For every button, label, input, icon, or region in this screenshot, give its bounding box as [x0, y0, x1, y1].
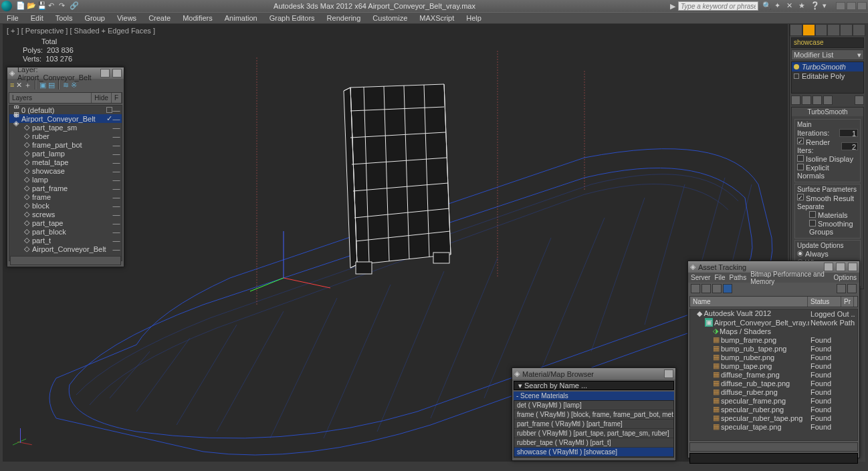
hide-layer-icon[interactable]: ≋ [63, 81, 69, 90]
configure-sets-icon[interactable] [855, 96, 864, 105]
layer-icon[interactable]: ◇ [24, 201, 32, 210]
asset-menu-options[interactable]: Options [834, 274, 857, 281]
render-iters-spinner[interactable]: 2 [841, 142, 858, 150]
info-arrow-icon[interactable]: ▶ [670, 2, 675, 11]
undo-icon[interactable]: ↶ [48, 1, 58, 11]
layer-row[interactable]: ⊞ ◈0 (default)— [9, 106, 122, 114]
table-view-icon[interactable] [723, 284, 732, 293]
layer-row[interactable]: ◇part_tape— [9, 218, 122, 227]
save-icon[interactable]: 💾 [37, 1, 47, 11]
link-icon[interactable]: 🔗 [70, 1, 79, 11]
material-list[interactable]: det ( VRayMtl ) [lamp]frame ( VRayMtl ) … [514, 400, 674, 458]
layer-row[interactable]: ◇part_t— [9, 236, 122, 245]
asset-list[interactable]: ◆ Autodesk Vault 2012Logged Out ...▣ Air… [689, 309, 858, 441]
asset-menu-paths[interactable]: Paths [730, 274, 747, 281]
layer-icon[interactable]: ◇ [24, 132, 32, 140]
material-item[interactable]: rubber_tape ( VRayMtl ) [part_t] [514, 438, 673, 448]
layer-row[interactable]: ◇part_lamp— [9, 149, 122, 158]
iterations-spinner[interactable]: 1 [839, 129, 858, 137]
asset-row[interactable]: ▦ bump_ruber.pngFound [690, 353, 857, 361]
layer-row[interactable]: ◇part_frame— [9, 184, 122, 192]
col-layers[interactable]: Layers [9, 93, 92, 103]
panel-close-button[interactable] [112, 69, 122, 77]
col-name[interactable]: Name [690, 297, 808, 307]
menu-customize[interactable]: Customize [368, 14, 411, 22]
material-item[interactable]: rubber ( VRayMtl ) [part_tape, part_tape… [514, 429, 673, 438]
menu-group[interactable]: Group [80, 14, 109, 22]
asset-scrollbar[interactable] [689, 442, 858, 452]
render-iters-checkbox[interactable] [797, 138, 804, 144]
asset-menu-bitmap-performance-and-memory[interactable]: Bitmap Performance and Memory [750, 271, 829, 285]
asset-row[interactable]: ▦ bump_frame.pngFound [690, 335, 857, 344]
layer-row[interactable]: ◇frame_part_bot— [9, 140, 122, 149]
select-layers-icon[interactable]: ▤ [48, 81, 55, 90]
layer-row[interactable]: ◇block— [9, 201, 122, 210]
layer-scrollbar[interactable] [10, 256, 121, 265]
layer-row[interactable]: ◇screws— [9, 210, 122, 218]
asset-row[interactable] [690, 431, 857, 440]
col-f[interactable]: F [112, 93, 122, 103]
panel-help-button[interactable] [100, 69, 110, 77]
layer-row[interactable]: ◇lamp— [9, 175, 122, 184]
new-layer-icon[interactable]: ≡ [10, 81, 14, 89]
app-icon[interactable] [1, 1, 12, 11]
layer-row[interactable]: ⊟ ◈Airport_Conveyor_Belt✓— [9, 114, 122, 123]
display-tab-icon[interactable] [840, 24, 853, 36]
menu-help[interactable]: Help [462, 14, 485, 22]
isoline-checkbox[interactable] [797, 155, 804, 162]
motion-tab-icon[interactable] [827, 24, 840, 36]
explicit-checkbox[interactable] [797, 164, 804, 170]
material-item[interactable]: frame ( VRayMtl ) [block, frame, frame_p… [514, 410, 673, 420]
asset-opt2-icon[interactable] [847, 284, 857, 293]
freeze-layer-icon[interactable]: ※ [71, 81, 77, 90]
layer-row[interactable]: ◇part_tape_sm— [9, 123, 122, 132]
help-icon[interactable]: ❔ [810, 1, 820, 11]
layer-icon[interactable]: ◇ [24, 192, 32, 201]
col-status[interactable]: Status [808, 297, 841, 307]
layer-icon[interactable]: ◇ [24, 184, 32, 192]
rollout-title[interactable]: TurboSmooth [792, 108, 863, 116]
asset-row[interactable]: ▣ Airport_Conveyor_Belt_vray.maxNetwork … [690, 318, 857, 327]
search-icon[interactable]: 🔍 [762, 1, 772, 11]
tree-view-icon[interactable] [701, 284, 711, 293]
show-end-result-icon[interactable] [802, 96, 811, 105]
list-view-icon[interactable] [712, 284, 722, 293]
make-unique-icon[interactable] [812, 96, 822, 105]
layer-icon[interactable]: ◇ [24, 245, 32, 253]
menu-views[interactable]: Views [113, 14, 140, 22]
asset-status-bar[interactable] [689, 453, 858, 464]
hierarchy-tab-icon[interactable] [815, 24, 828, 36]
asset-row[interactable]: ▦ specular_tape.pngFound [690, 422, 857, 431]
exchange-icon[interactable]: ✕ [786, 1, 796, 11]
remove-modifier-icon[interactable] [823, 96, 833, 105]
bulb-icon[interactable] [794, 64, 799, 69]
layer-row[interactable]: ◇frame— [9, 192, 122, 201]
utilities-tab-icon[interactable] [853, 24, 865, 36]
help-drop-icon[interactable]: ▾ [823, 1, 832, 11]
material-browser-titlebar[interactable]: ◈ Material/Map Browser [512, 368, 675, 379]
asset-row[interactable]: ◆ Autodesk Vault 2012Logged Out ... [690, 309, 857, 318]
asset-row[interactable]: ▦ bump_tape.pngFound [690, 361, 857, 370]
layer-icon[interactable]: ◇ [24, 123, 32, 132]
delete-layer-icon[interactable]: ✕ [16, 81, 22, 90]
menu-edit[interactable]: Edit [27, 14, 47, 22]
layer-icon[interactable]: ◇ [24, 210, 32, 218]
layer-icon[interactable]: ◇ [24, 218, 32, 227]
layer-row[interactable]: ◇part_block— [9, 227, 122, 236]
modifier-row[interactable]: Editable Poly [792, 71, 863, 81]
add-to-layer-icon[interactable]: ＋ [24, 80, 31, 90]
asset-max-button[interactable] [836, 263, 845, 271]
menu-file[interactable]: File [3, 14, 23, 22]
layer-icon[interactable]: ◇ [24, 227, 32, 236]
layer-panel-titlebar[interactable]: ◈ Layer: Airport_Conveyor_Belt [7, 67, 124, 79]
menu-maxscript[interactable]: MAXScript [415, 14, 458, 22]
layer-icon[interactable]: ◇ [24, 166, 32, 175]
material-close-button[interactable] [664, 369, 673, 378]
col-pr[interactable]: Pr [841, 297, 854, 307]
menu-rendering[interactable]: Rendering [323, 14, 365, 22]
asset-row[interactable]: ▦ specular_frame.pngFound [690, 396, 857, 405]
layer-row[interactable]: ◇Airport_Conveyor_Belt— [9, 245, 122, 253]
material-item[interactable]: part_frame ( VRayMtl ) [part_frame] [514, 420, 673, 429]
asset-row[interactable]: ⬗ Maps / Shaders [690, 327, 857, 335]
asset-row[interactable]: ▦ diffuse_frame.pngFound [690, 370, 857, 379]
